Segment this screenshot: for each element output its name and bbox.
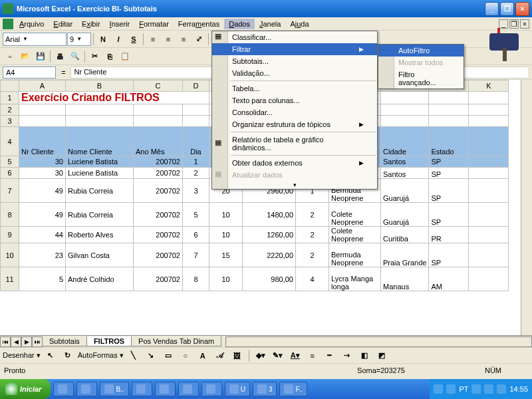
tab-nav-next[interactable]: ▶ xyxy=(21,336,32,347)
save-button[interactable]: 💾 xyxy=(33,49,48,64)
cut-button[interactable]: ✂ xyxy=(87,49,102,64)
name-box[interactable]: A4 xyxy=(3,66,56,78)
align-left-button[interactable]: ≡ xyxy=(146,32,160,47)
taskbar-item[interactable] xyxy=(201,382,222,396)
tray-icon[interactable] xyxy=(471,384,481,394)
submenu-item[interactable]: Filtro avançado... xyxy=(378,68,464,88)
print-preview-button[interactable]: 🔍 xyxy=(68,49,82,64)
table-row[interactable]: 10 23Gilvan Costa200702 7152220,00 2Berm… xyxy=(1,243,509,267)
select-objects-button[interactable]: ↖ xyxy=(43,348,58,363)
table-row[interactable]: 9 44Roberto Alves200702 6101260,00 2Cole… xyxy=(1,227,509,243)
taskbar-item[interactable] xyxy=(178,382,199,396)
menu-item[interactable]: Organizar estrutura de tópicos▶ xyxy=(212,118,377,130)
align-center-button[interactable]: ≡ xyxy=(161,32,176,47)
menu-item[interactable]: Texto para colunas... xyxy=(212,94,377,106)
language-indicator[interactable]: PT xyxy=(459,385,468,393)
line-style-button[interactable]: ≡ xyxy=(305,348,320,363)
table-row[interactable]: 11 5André Colhido200702 810980,00 4Lycra… xyxy=(1,267,509,291)
3d-button[interactable]: ◩ xyxy=(374,348,389,363)
task-icon xyxy=(257,384,267,394)
tray-icon[interactable] xyxy=(497,384,506,394)
tab-nav-first[interactable]: ⏮ xyxy=(0,336,11,347)
line-color-draw[interactable]: ✎▾ xyxy=(271,348,285,363)
doc-restore-button[interactable]: ❐ xyxy=(509,19,519,29)
menu-editar[interactable]: Editar xyxy=(49,19,77,29)
wordart-button[interactable]: 𝒜 xyxy=(213,348,227,363)
new-button[interactable]: ▫ xyxy=(3,49,17,64)
menu-arquivo[interactable]: Arquivo xyxy=(15,19,49,29)
taskbar-item[interactable]: 3 xyxy=(253,382,277,396)
clipart-button[interactable]: 🖼 xyxy=(230,348,245,363)
arrow-style-button[interactable]: ⇢ xyxy=(340,348,354,363)
table-row[interactable]: 8 49Rubia Correia200702 5101480,00 2Cole… xyxy=(1,203,509,227)
tray-icon[interactable] xyxy=(434,384,443,394)
italic-button[interactable]: I xyxy=(111,32,126,47)
draw-menu[interactable]: Desenhar ▾ xyxy=(3,351,41,360)
menu-item[interactable]: Obter dados externos▶ xyxy=(212,157,377,169)
open-button[interactable]: 📂 xyxy=(18,49,33,64)
align-right-button[interactable]: ≡ xyxy=(176,32,191,47)
menu-item[interactable]: ▦Classificar... xyxy=(212,31,377,43)
sheet-tab[interactable]: FILTROS xyxy=(86,336,132,346)
menu-expand[interactable]: ▾ xyxy=(212,181,377,189)
menu-item[interactable]: Validação... xyxy=(212,67,377,79)
taskbar-item[interactable]: F.. xyxy=(279,382,307,396)
menu-janela[interactable]: Janela xyxy=(255,19,285,29)
maximize-button[interactable]: ❐ xyxy=(500,2,514,16)
taskbar-item[interactable] xyxy=(76,382,97,396)
underline-button[interactable]: S xyxy=(126,32,141,47)
minimize-button[interactable]: _ xyxy=(485,2,499,16)
rectangle-button[interactable]: ▭ xyxy=(161,348,176,363)
menu-formatar[interactable]: Formatar xyxy=(134,19,174,29)
tab-nav-prev[interactable]: ◀ xyxy=(11,336,21,347)
vertical-scrollbar[interactable] xyxy=(521,80,532,335)
submenu-item[interactable]: AutoFiltro xyxy=(378,45,464,57)
menu-item[interactable]: Tabela... xyxy=(212,82,377,94)
oval-button[interactable]: ○ xyxy=(178,348,193,363)
tab-nav-last[interactable]: ⏭ xyxy=(32,336,43,347)
close-button[interactable]: × xyxy=(515,2,529,16)
menu-dados[interactable]: Dados xyxy=(224,19,255,29)
dados-dropdown[interactable]: ▦Classificar...Filtrar▶Subtotais...Valid… xyxy=(211,31,378,190)
doc-close-button[interactable]: × xyxy=(520,19,529,29)
dash-style-button[interactable]: ┅ xyxy=(323,348,337,363)
copy-button[interactable]: ⎘ xyxy=(102,49,117,64)
system-tray[interactable]: PT 14:55 xyxy=(430,379,532,399)
merge-center-button[interactable]: ⤢ xyxy=(192,32,206,47)
font-combo[interactable]: Arial▼ xyxy=(3,33,66,46)
tray-icon[interactable] xyxy=(484,384,493,394)
filtrar-submenu[interactable]: AutoFiltroMostrar todosFiltro avançado..… xyxy=(378,44,464,89)
font-size-combo[interactable]: 9▼ xyxy=(67,33,91,46)
menu-item[interactable]: ▦Relatório de tabela e gráfico dinâmicos… xyxy=(212,134,377,154)
arrow-button[interactable]: ↘ xyxy=(144,348,158,363)
menu-ajuda[interactable]: Ajuda xyxy=(285,19,313,29)
menu-item[interactable]: Filtrar▶ xyxy=(212,43,377,55)
taskbar-item[interactable] xyxy=(53,382,74,396)
paste-button[interactable]: 📋 xyxy=(118,49,132,64)
textbox-button[interactable]: A xyxy=(196,348,210,363)
taskbar-item[interactable] xyxy=(132,382,152,396)
bold-button[interactable]: N xyxy=(96,32,110,47)
line-button[interactable]: ╲ xyxy=(126,348,141,363)
shadow-button[interactable]: ◧ xyxy=(357,348,372,363)
menu-exibir[interactable]: Exibir xyxy=(77,19,105,29)
taskbar-item[interactable]: B.. xyxy=(100,382,128,396)
start-button[interactable]: Iniciar xyxy=(0,379,51,399)
window-title-bar: Microsoft Excel - Exercício BI- Subtotai… xyxy=(0,0,532,17)
rotate-button[interactable]: ↻ xyxy=(61,348,75,363)
sheet-tab[interactable]: Pos Vendas Tab Dinam xyxy=(131,336,221,346)
menu-item[interactable]: Consolidar... xyxy=(212,106,377,118)
menu-item[interactable]: Subtotais... xyxy=(212,55,377,67)
sheet-tab[interactable]: Subtotais xyxy=(42,336,87,346)
taskbar-item[interactable]: U xyxy=(225,382,250,396)
autoshapes-menu[interactable]: AutoFormas ▾ xyxy=(78,351,124,360)
menu-ferramentas[interactable]: Ferramentas xyxy=(174,19,224,29)
horizontal-scrollbar[interactable] xyxy=(225,336,532,347)
taskbar-item[interactable] xyxy=(155,382,176,396)
doc-minimize-button[interactable]: _ xyxy=(499,19,508,29)
tray-icon[interactable] xyxy=(446,384,456,394)
font-color-draw[interactable]: A▾ xyxy=(288,348,303,363)
menu-inserir[interactable]: Inserir xyxy=(105,19,135,29)
print-button[interactable]: 🖶 xyxy=(53,49,67,64)
fill-color-draw[interactable]: ◆▾ xyxy=(253,348,268,363)
